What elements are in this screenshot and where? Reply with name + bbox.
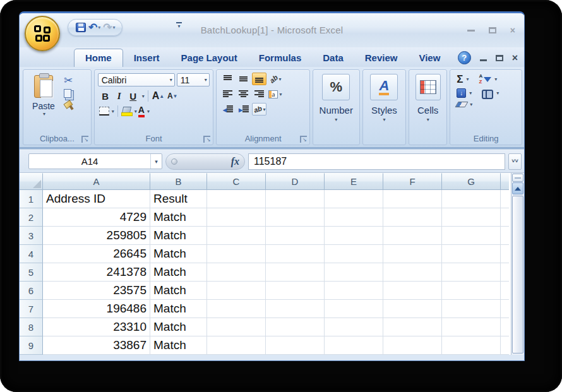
fill-dropdown-icon[interactable]: ▾ <box>469 90 472 96</box>
cell-styles-button[interactable]: A <box>370 74 398 100</box>
align-center-button[interactable] <box>236 88 251 100</box>
restore-button[interactable] <box>489 27 496 33</box>
cell-a6[interactable]: 23575 <box>43 282 150 300</box>
cell[interactable] <box>207 336 266 355</box>
cells-dropdown-icon[interactable]: ▾ <box>427 117 429 122</box>
cell-b4[interactable]: Match <box>150 245 207 263</box>
cell-b6[interactable]: Match <box>150 282 207 300</box>
cell[interactable] <box>266 263 325 282</box>
name-box[interactable]: A14 ▾ <box>28 153 162 169</box>
cell[interactable] <box>266 300 325 318</box>
cell[interactable] <box>266 336 325 355</box>
cell[interactable] <box>442 300 501 318</box>
italic-button[interactable]: I <box>113 90 126 102</box>
align-top-button[interactable] <box>220 73 235 85</box>
align-right-button[interactable] <box>252 88 266 100</box>
increase-indent-button[interactable]: ▶ <box>236 103 251 116</box>
column-header-f[interactable]: F <box>383 173 442 190</box>
font-color-dropdown-icon[interactable]: ▾ <box>147 109 150 114</box>
cell[interactable] <box>325 263 383 282</box>
cell[interactable] <box>442 336 501 355</box>
select-all-button[interactable] <box>20 173 43 190</box>
workbook-restore-button[interactable] <box>496 55 503 61</box>
vertical-scrollbar[interactable] <box>511 173 524 355</box>
tab-insert[interactable]: Insert <box>123 49 170 67</box>
cut-icon[interactable]: ✂ <box>64 75 73 86</box>
cell-a3[interactable]: 259805 <box>43 227 150 245</box>
clipboard-dialog-launcher-icon[interactable]: ↘ <box>81 136 88 143</box>
cell[interactable] <box>442 245 501 263</box>
autosum-dropdown-icon[interactable]: ▾ <box>467 76 469 82</box>
align-bottom-button[interactable] <box>252 73 266 85</box>
cell[interactable] <box>383 336 442 355</box>
cell[interactable] <box>207 190 266 208</box>
underline-button[interactable]: U <box>127 90 140 102</box>
cell[interactable] <box>383 263 442 282</box>
help-icon[interactable]: ? <box>458 51 471 64</box>
cell[interactable] <box>442 208 501 227</box>
cell[interactable] <box>442 263 501 282</box>
scrollbar-thumb[interactable] <box>512 196 523 353</box>
cell[interactable] <box>325 245 383 263</box>
cell[interactable] <box>266 245 325 263</box>
cell[interactable] <box>383 318 442 336</box>
tab-formulas[interactable]: Formulas <box>248 49 313 67</box>
cell-b9[interactable]: Match <box>150 336 207 355</box>
cell-a2[interactable]: 4729 <box>43 208 150 227</box>
decrease-indent-button[interactable]: ◀ <box>220 103 235 116</box>
copy-icon[interactable] <box>64 89 71 98</box>
cell[interactable] <box>325 282 383 300</box>
underline-dropdown-icon[interactable]: ▾ <box>142 93 145 99</box>
increase-font-button[interactable]: A▲ <box>152 90 165 102</box>
tab-review[interactable]: Review <box>354 49 409 67</box>
column-header-d[interactable]: D <box>266 173 325 190</box>
fill-color-dropdown-icon[interactable]: ▾ <box>135 109 137 114</box>
row-header[interactable]: 2 <box>20 208 43 227</box>
row-header[interactable]: 8 <box>20 318 43 336</box>
font-dialog-launcher-icon[interactable]: ↘ <box>203 136 210 143</box>
tab-view[interactable]: View <box>408 49 451 67</box>
cell-a1[interactable]: Address ID <box>43 190 150 208</box>
align-middle-button[interactable] <box>236 73 251 85</box>
fill-color-icon[interactable] <box>121 107 132 116</box>
cell[interactable] <box>383 245 442 263</box>
cell[interactable] <box>442 227 501 245</box>
sort-filter-icon[interactable]: AZ <box>479 74 492 85</box>
row-header[interactable]: 7 <box>20 300 43 318</box>
cell[interactable] <box>442 282 501 300</box>
cell[interactable] <box>383 208 442 227</box>
row-header[interactable]: 6 <box>20 282 43 300</box>
alignment-dialog-launcher-icon[interactable]: ↘ <box>300 136 307 143</box>
merge-center-button[interactable]: a▾ <box>268 88 282 100</box>
format-painter-icon[interactable] <box>64 101 73 110</box>
tab-data[interactable]: Data <box>312 49 354 67</box>
row-header[interactable]: 1 <box>20 190 43 208</box>
cell-b3[interactable]: Match <box>150 227 207 245</box>
workbook-minimize-button[interactable] <box>480 59 487 61</box>
cell[interactable] <box>442 318 501 336</box>
tab-home[interactable]: Home <box>74 49 123 67</box>
minimize-button[interactable] <box>467 30 475 32</box>
expand-formula-bar-button[interactable]: ˅˅ <box>508 153 522 170</box>
column-header-g[interactable]: G <box>442 173 501 190</box>
cell-b5[interactable]: Match <box>150 263 207 282</box>
find-dropdown-icon[interactable]: ▾ <box>496 90 499 96</box>
sort-filter-dropdown-icon[interactable]: ▾ <box>494 76 497 82</box>
row-header[interactable]: 5 <box>20 263 43 282</box>
row-header[interactable]: 4 <box>20 245 43 263</box>
cell-b2[interactable]: Match <box>150 208 207 227</box>
font-name-combo[interactable]: Calibri▾ <box>98 73 175 86</box>
cell-a8[interactable]: 23310 <box>43 318 150 336</box>
close-button[interactable]: × <box>510 26 515 35</box>
number-dropdown-icon[interactable]: ▾ <box>335 117 337 122</box>
orientation-button[interactable]: ab▾ <box>268 73 282 85</box>
cell[interactable] <box>325 300 383 318</box>
cell[interactable] <box>325 318 383 336</box>
clear-icon[interactable] <box>455 102 469 107</box>
cell[interactable] <box>266 227 325 245</box>
cell[interactable] <box>383 282 442 300</box>
cell[interactable] <box>207 263 266 282</box>
column-header-c[interactable]: C <box>207 173 266 190</box>
cell[interactable] <box>207 282 266 300</box>
cell[interactable] <box>266 190 325 208</box>
